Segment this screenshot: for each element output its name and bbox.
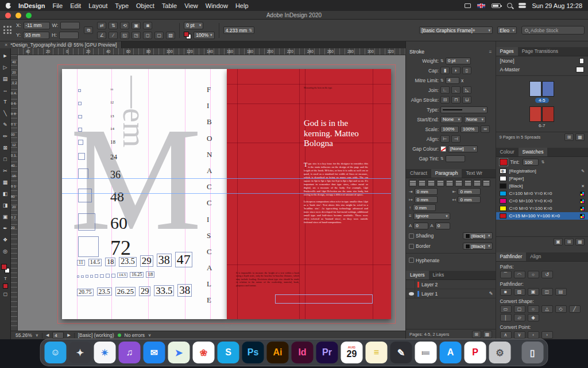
visibility-toggle[interactable] xyxy=(408,280,415,289)
tab-pages[interactable]: Pages xyxy=(496,47,518,56)
calendar[interactable]: AUG 29 xyxy=(341,342,363,363)
convert-ellipse-icon[interactable]: ○ xyxy=(528,305,539,313)
wrap-bounding-icon[interactable]: ▧ xyxy=(166,32,175,39)
note-tool[interactable]: ▣ xyxy=(1,211,10,223)
drop-cap-lines-field[interactable]: 0 xyxy=(413,223,428,229)
select-content-icon[interactable]: ◙ xyxy=(143,22,152,29)
pinterest[interactable]: P xyxy=(465,342,486,363)
align-stroke-centre-icon[interactable]: ⊟ xyxy=(440,96,450,103)
align-left-icon[interactable] xyxy=(409,179,417,187)
gap-tint-field[interactable] xyxy=(446,155,465,162)
size-row[interactable]: 18 xyxy=(78,137,131,147)
w-field[interactable] xyxy=(60,22,80,29)
smooth-point-icon[interactable]: ‹ xyxy=(528,331,539,339)
tab-page-transitions[interactable]: Page Transitions xyxy=(518,47,562,56)
zoom-tool[interactable]: ◎ xyxy=(1,246,10,257)
size-row[interactable]: 48 xyxy=(78,189,131,205)
rectangle-frame-tool[interactable]: ⊠ xyxy=(1,142,10,154)
plain-point-icon[interactable]: ∧ xyxy=(500,331,512,339)
align-right-icon[interactable] xyxy=(427,179,435,187)
open-path-icon[interactable]: ◠ xyxy=(514,271,525,278)
layer-row[interactable]: Layer 1 ✎ xyxy=(406,289,496,298)
headline-text[interactable]: God is in the kerning. Matteo Bologna xyxy=(304,118,370,149)
stroke-weight-dropdown[interactable]: 0 pt▾ xyxy=(184,22,203,29)
ruler-origin-corner[interactable] xyxy=(11,48,18,55)
eyedropper-tool[interactable]: ✒ xyxy=(1,223,10,234)
size-row[interactable]: 60 xyxy=(78,213,131,233)
last-line-indent-field[interactable]: 0 mm xyxy=(458,196,481,203)
end-scale-field[interactable]: 100% xyxy=(461,126,479,133)
photos[interactable]: ❀ xyxy=(193,342,215,363)
indesign[interactable]: Id xyxy=(292,342,314,363)
align-arrowhead-tip-icon[interactable]: ⊢ xyxy=(440,135,450,143)
spread-4-5-label[interactable]: 4-5 xyxy=(535,98,549,103)
size-row[interactable]: 13 xyxy=(78,110,131,121)
current-swatch[interactable] xyxy=(500,159,508,166)
display-status-icon[interactable] xyxy=(465,3,471,8)
page-6-thumb[interactable] xyxy=(529,106,541,122)
hyphenate-checkbox[interactable] xyxy=(409,258,414,263)
menu-item-object[interactable]: Object xyxy=(136,2,154,9)
swatch-row[interactable]: C=0 M=0 Y=100 K=0 xyxy=(496,205,588,212)
page-7-thumb[interactable] xyxy=(542,106,554,122)
specimen-row-1[interactable]: 1114.51823.5293847 xyxy=(77,252,192,267)
reminders[interactable]: ≔ xyxy=(415,342,437,363)
reference-point-proxy[interactable] xyxy=(3,26,12,34)
notes[interactable]: ≡ xyxy=(366,342,388,363)
battery-icon[interactable] xyxy=(492,3,501,8)
convert-triangle-icon[interactable]: △ xyxy=(541,305,553,313)
menu-item-edit[interactable]: Edit xyxy=(70,2,81,9)
previous-page-button[interactable]: ◀ xyxy=(46,333,49,338)
convert-rounded-rect-icon[interactable]: ▢ xyxy=(514,305,525,313)
stroke-type-dropdown[interactable]: ▾ xyxy=(440,106,488,113)
menu-item-help[interactable]: Help xyxy=(235,2,249,9)
formatting-affects-text-icon[interactable]: T xyxy=(1,275,10,282)
reverse-path-icon[interactable]: ↺ xyxy=(541,271,553,278)
premiere[interactable]: Pr xyxy=(316,342,338,363)
justify-right-icon[interactable] xyxy=(455,179,463,187)
delete-swatch-icon[interactable]: ▦ xyxy=(575,238,585,246)
maps[interactable]: ➤ xyxy=(168,342,190,363)
y-field[interactable]: 93 mm xyxy=(23,32,49,39)
stock-search-input[interactable]: Adobe Stock xyxy=(521,26,585,34)
workspace-switcher[interactable]: Eleo▾ xyxy=(497,26,517,34)
menu-item-layout[interactable]: Layout xyxy=(88,2,107,9)
rotate-90-icon[interactable]: ⟲ xyxy=(120,22,129,29)
menu-item-type[interactable]: Type xyxy=(115,2,129,9)
object-style-dropdown[interactable]: [Basic Graphics Frame]+▾ xyxy=(419,26,493,34)
preflight-profile[interactable]: [Basic] (working) xyxy=(78,332,114,338)
round-join-icon[interactable]: ◟ xyxy=(451,86,461,94)
tint-field[interactable]: 100 xyxy=(523,159,539,166)
round-cap-icon[interactable]: ◗ xyxy=(451,67,461,74)
rectangle-tool[interactable]: □ xyxy=(1,154,10,165)
new-page-icon[interactable]: ⊞ xyxy=(564,133,574,141)
fit-frame-icon[interactable]: ◳ xyxy=(131,32,141,39)
free-transform-tool[interactable]: ▦ xyxy=(1,177,10,188)
align-away-spine-icon[interactable] xyxy=(482,179,490,187)
horizontal-ruler[interactable]: 4020020406080100120140160180200220240260… xyxy=(18,48,405,55)
size-row[interactable]: 14 xyxy=(78,124,131,134)
drop-cap-chars-field[interactable]: 0 xyxy=(435,223,450,229)
start-scale-field[interactable]: 100% xyxy=(440,126,459,133)
symmetrical-point-icon[interactable]: › xyxy=(541,331,553,339)
convert-inverse-rounded-icon[interactable]: ◆ xyxy=(528,314,539,321)
swatch-row[interactable]: ⊕ [Registration] ✎ xyxy=(496,167,588,175)
document-tab[interactable]: × *Design_Typography.indd @ 55% [GPU Pre… xyxy=(0,41,122,48)
tab-layers[interactable]: Layers xyxy=(406,271,429,279)
photoshop[interactable]: Ps xyxy=(242,342,264,363)
x-field[interactable]: -11 mm xyxy=(24,22,50,29)
layer-name[interactable]: Layer 2 xyxy=(421,282,438,288)
menu-item-view[interactable]: View xyxy=(184,2,198,9)
convert-orthogonal-line-icon[interactable]: │ xyxy=(500,314,512,321)
horizontal-guide[interactable] xyxy=(62,178,391,179)
justify-centre-icon[interactable] xyxy=(446,179,454,187)
gap-colour-swatch[interactable] xyxy=(440,146,446,152)
minimise-window-button[interactable] xyxy=(16,13,21,18)
page-tool[interactable]: ▤ xyxy=(1,73,10,85)
fit-content-icon[interactable]: ◱ xyxy=(120,32,129,39)
flip-vertical-icon[interactable]: ⇅ xyxy=(109,22,118,29)
fill-swatch[interactable] xyxy=(1,264,7,270)
align-to-grid-dropdown[interactable]: Ignore▾ xyxy=(413,213,450,220)
size-row[interactable]: 12 xyxy=(78,97,131,108)
convert-polygon-icon[interactable]: ◇ xyxy=(555,305,567,313)
